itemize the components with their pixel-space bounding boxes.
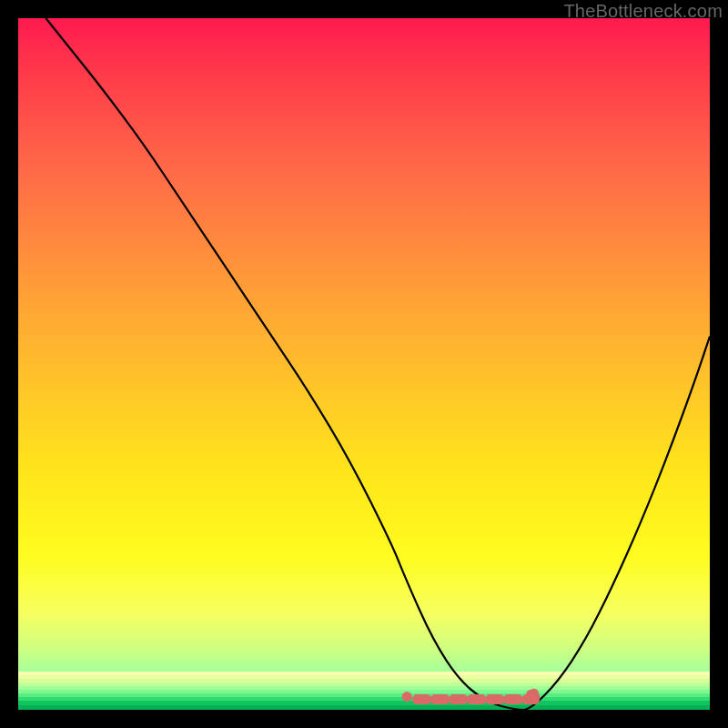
optimal-bar-segment: [503, 694, 522, 704]
optimal-bar-segment: [485, 694, 504, 704]
optimal-bar-segment: [467, 694, 486, 704]
optimal-bar-segment: [430, 694, 450, 704]
attribution-text: TheBottleneck.com: [563, 1, 723, 22]
chart-overlay-svg: [18, 18, 710, 710]
optimal-bar-segment: [449, 694, 468, 704]
bottleneck-curve: [46, 18, 710, 710]
optimal-start-dot-icon: [402, 692, 412, 702]
plot-area: [18, 18, 710, 710]
chart-frame: [18, 18, 710, 710]
optimal-bar-segment: [412, 694, 431, 704]
